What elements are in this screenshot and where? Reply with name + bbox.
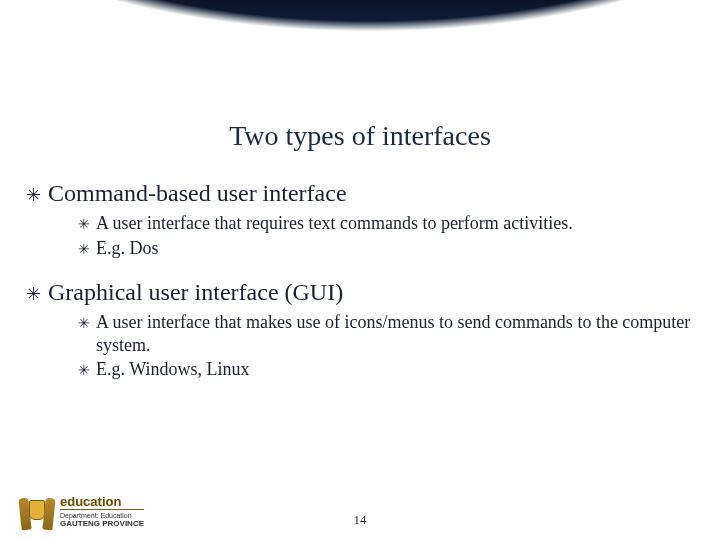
- footer-logo: education Department: Education GAUTENG …: [20, 492, 144, 530]
- list-item-text: Graphical user interface (GUI): [48, 277, 343, 307]
- list-item-text: A user interface that requires text comm…: [96, 212, 573, 235]
- logo-line-3: GAUTENG PROVINCE: [60, 520, 144, 528]
- slide-subtitle: Two types of interfaces: [0, 120, 720, 152]
- logo-text: education Department: Education GAUTENG …: [60, 495, 144, 528]
- slide-body: ✳ Command-based user interface ✳ A user …: [0, 152, 720, 540]
- list-item: ✳ A user interface that makes use of ico…: [78, 311, 694, 356]
- slide-footer: education Department: Education GAUTENG …: [0, 492, 720, 530]
- sub-list: ✳ A user interface that requires text co…: [78, 212, 694, 259]
- bullet-icon: ✳: [78, 216, 96, 233]
- list-item-text: A user interface that makes use of icons…: [96, 311, 694, 356]
- list-item: ✳ Graphical user interface (GUI): [26, 277, 694, 307]
- list-item-text: E.g. Dos: [96, 237, 159, 260]
- crest-icon: [20, 492, 54, 530]
- bullet-icon: ✳: [78, 362, 96, 379]
- list-item: ✳ A user interface that requires text co…: [78, 212, 694, 235]
- logo-line-1: education: [60, 495, 144, 510]
- bullet-icon: ✳: [78, 241, 96, 258]
- list-item: ✳ E.g. Dos: [78, 237, 694, 260]
- bullet-icon: ✳: [78, 315, 96, 332]
- bullet-icon: ✳: [26, 283, 48, 305]
- sub-list: ✳ A user interface that makes use of ico…: [78, 311, 694, 381]
- list-item: ✳ E.g. Windows, Linux: [78, 358, 694, 381]
- bullet-icon: ✳: [26, 184, 48, 206]
- list-item-text: Command-based user interface: [48, 178, 347, 208]
- list-item-text: E.g. Windows, Linux: [96, 358, 249, 381]
- slide-title: The O/S provides a user interface: [0, 0, 720, 66]
- logo-line-2: Department: Education: [60, 512, 144, 519]
- list-item: ✳ Command-based user interface: [26, 178, 694, 208]
- slide: The O/S provides a user interface Two ty…: [0, 0, 720, 540]
